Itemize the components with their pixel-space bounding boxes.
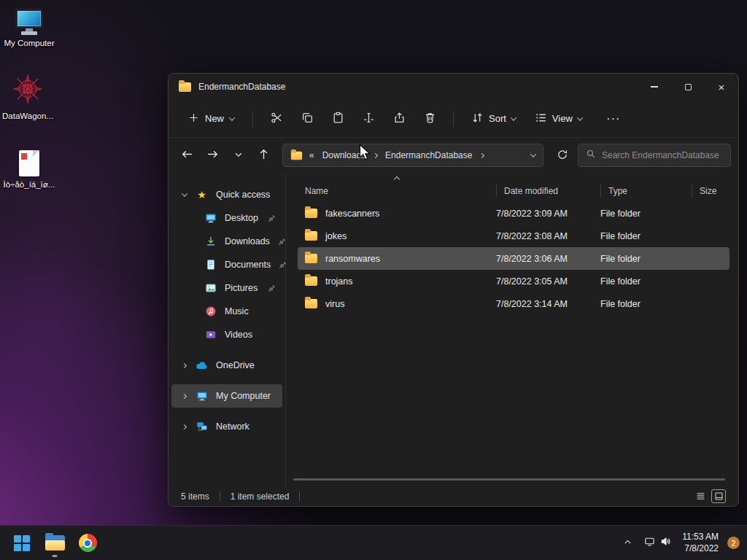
desktop-icon-document[interactable]: Ìò÷åò_íá_ïø... <box>1 150 58 190</box>
column-header-name[interactable]: Name <box>305 184 496 198</box>
chevron-right-icon <box>479 152 484 158</box>
item-count: 5 items <box>181 491 209 502</box>
file-name: fakescanners <box>325 209 379 219</box>
window-titlebar[interactable]: EndermanchDatabase × <box>169 74 738 100</box>
back-button[interactable] <box>176 144 198 167</box>
monitor-icon <box>196 390 208 402</box>
sidebar-item-videos[interactable]: Videos <box>171 323 282 346</box>
large-icons-view-icon <box>714 491 724 501</box>
minimize-button[interactable] <box>638 74 671 100</box>
trash-icon <box>424 112 436 126</box>
copy-button[interactable] <box>294 106 320 131</box>
desktop-icon-label: DataWagon... <box>2 112 53 121</box>
clock-date: 7/8/2022 <box>682 543 719 555</box>
share-button[interactable] <box>386 106 412 131</box>
maximize-button[interactable] <box>671 74 705 100</box>
file-row-fakescanners[interactable]: fakescanners 7/8/2022 3:09 AM File folde… <box>298 202 729 225</box>
status-divider <box>220 491 220 502</box>
sort-ascending-icon <box>394 176 400 182</box>
file-name: jokes <box>325 231 347 241</box>
sort-label: Sort <box>489 113 506 124</box>
file-row-virus[interactable]: virus 7/8/2022 3:14 AM File folder <box>298 292 729 315</box>
file-type: File folder <box>600 299 692 309</box>
sidebar-item-my-computer[interactable]: My Computer <box>171 384 282 408</box>
file-date: 7/8/2022 3:14 AM <box>496 299 600 309</box>
horizontal-scrollbar[interactable] <box>293 478 725 481</box>
recent-locations-button[interactable] <box>227 144 249 167</box>
view-label: View <box>552 113 573 124</box>
sort-button[interactable]: Sort <box>464 106 523 131</box>
more-icon: ··· <box>606 112 620 125</box>
sidebar-label: Pictures <box>225 283 258 293</box>
cut-button[interactable] <box>263 106 290 131</box>
rename-button[interactable] <box>355 106 382 131</box>
delete-button[interactable] <box>417 106 443 131</box>
sidebar-item-documents[interactable]: Documents <box>171 253 282 276</box>
pin-icon <box>278 238 286 246</box>
desktop-icon-datawagon[interactable]: DataWagon... <box>0 73 56 121</box>
file-row-jokes[interactable]: jokes 7/8/2022 3:08 AM File folder <box>298 225 729 247</box>
close-button[interactable]: × <box>705 74 738 100</box>
sidebar-label: OneDrive <box>216 360 255 370</box>
sidebar-item-onedrive[interactable]: OneDrive <box>171 354 282 377</box>
chevron-down-icon <box>577 114 583 120</box>
breadcrumb-endermanchdatabase[interactable]: EndermanchDatabase <box>384 149 473 162</box>
taskbar-file-explorer-button[interactable] <box>40 529 69 558</box>
forward-icon <box>206 148 219 163</box>
maximize-icon <box>685 84 692 90</box>
start-button[interactable] <box>7 529 36 558</box>
breadcrumb-overflow[interactable]: « <box>309 150 314 160</box>
sidebar-label: My Computer <box>216 391 271 401</box>
search-input[interactable] <box>602 150 723 160</box>
search-box[interactable] <box>578 144 731 167</box>
tray-overflow-button[interactable] <box>619 530 636 556</box>
sidebar-item-quick-access[interactable]: ★ Quick access <box>171 183 282 206</box>
paste-button[interactable] <box>325 106 351 131</box>
see-more-button[interactable]: ··· <box>601 106 626 131</box>
command-bar: New Sort <box>169 100 738 138</box>
desktop-icon-my-computer[interactable]: My Computer <box>1 9 58 48</box>
details-view-button[interactable] <box>693 489 708 503</box>
document-icon <box>204 259 217 271</box>
sidebar-item-pictures[interactable]: Pictures <box>171 276 282 300</box>
folder-icon <box>305 231 317 241</box>
volume-icon <box>660 536 671 550</box>
new-label: New <box>205 113 224 124</box>
new-button[interactable]: New <box>180 107 242 131</box>
navigation-bar: « Downloads EndermanchDatabase <box>169 138 738 173</box>
toolbar-divider <box>453 111 454 127</box>
forward-button[interactable] <box>201 144 224 167</box>
document-icon <box>19 150 39 176</box>
large-icons-view-button[interactable] <box>711 489 726 503</box>
file-row-ransomwares[interactable]: ransomwares 7/8/2022 3:06 AM File folder <box>298 247 729 270</box>
paste-icon <box>332 112 344 126</box>
chevron-down-icon <box>181 190 187 196</box>
taskbar-chrome-button[interactable] <box>73 529 102 558</box>
up-button[interactable] <box>252 144 275 167</box>
file-type: File folder <box>600 209 692 219</box>
file-row-trojans[interactable]: trojans 7/8/2022 3:05 AM File folder <box>298 270 729 292</box>
system-tray-status[interactable] <box>640 530 675 556</box>
address-bar[interactable]: « Downloads EndermanchDatabase <box>282 144 543 167</box>
column-header-type[interactable]: Type <box>600 184 692 198</box>
column-header-date-modified[interactable]: Date modified <box>496 184 600 198</box>
taskbar-clock[interactable]: 11:53 AM 7/8/2022 <box>679 530 721 556</box>
sidebar-label: Music <box>225 306 249 316</box>
sidebar-label: Downloads <box>225 236 270 246</box>
column-header-size[interactable]: Size <box>692 184 729 198</box>
desktop-icon-label: My Computer <box>4 39 54 48</box>
sidebar-item-desktop[interactable]: Desktop <box>171 206 282 230</box>
view-button[interactable]: View <box>527 106 589 131</box>
notification-badge[interactable]: 2 <box>727 537 740 549</box>
refresh-button[interactable] <box>551 144 573 167</box>
sidebar-item-music[interactable]: Music <box>171 300 282 323</box>
details-view-icon <box>696 491 705 501</box>
file-list: Name Date modified Type Size fakescanner… <box>286 173 738 486</box>
monitor-icon <box>204 212 217 224</box>
sidebar-item-downloads[interactable]: Downloads <box>171 230 282 253</box>
sidebar-label: Videos <box>225 330 252 340</box>
sidebar-item-network[interactable]: Network <box>171 415 282 438</box>
download-icon <box>204 236 217 247</box>
breadcrumb-downloads[interactable]: Downloads <box>321 149 367 162</box>
address-dropdown-icon[interactable] <box>530 151 536 157</box>
